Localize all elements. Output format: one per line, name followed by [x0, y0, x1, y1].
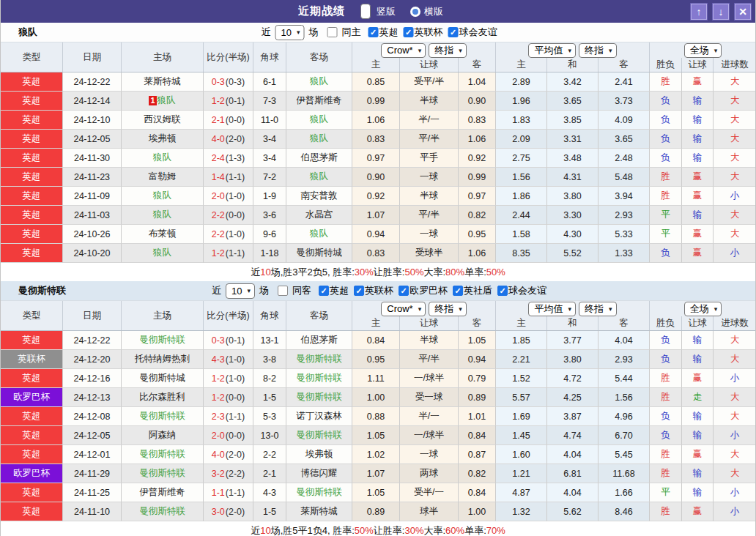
odds-stage-select[interactable]: 终指▾ [429, 43, 467, 58]
league-checkbox[interactable] [453, 286, 463, 296]
average-source-select[interactable]: 平均值▾ [528, 43, 576, 58]
horizontal-radio[interactable] [410, 7, 420, 17]
league-checkbox[interactable] [319, 286, 329, 296]
scope-select[interactable]: 全场▾ [684, 302, 722, 316]
summary-segment: 单率: [464, 266, 486, 279]
odds-stage-select[interactable]: 终指▾ [429, 302, 467, 316]
fulltime-score: 0-3 [212, 335, 225, 346]
col-header-away: 客场 [286, 301, 352, 330]
goals-result-cell: 大 [714, 331, 756, 350]
same-venue-checkbox[interactable] [327, 27, 338, 37]
average-source-select[interactable]: 平均值▾ [528, 302, 576, 316]
odds-source-select[interactable]: Crow*▾ [381, 302, 426, 316]
halftime-score: (0-0) [226, 115, 245, 125]
league-badge-cell: 英超 [1, 168, 63, 187]
titlebar: 近期战绩 竖版 横版 ↑ ↓ ✕ [1, 0, 755, 23]
recent-count-select[interactable]: 10▾ [226, 283, 255, 299]
subcol-result: 胜负 [650, 58, 682, 72]
league-badge-cell: 英超 [1, 92, 63, 111]
league-label: 球会友谊 [459, 26, 497, 39]
league-filters: 英超英联杯球会友谊 [363, 26, 497, 39]
subcol-avg-away: 客 [598, 58, 650, 72]
handicap-result-cell: 走 [682, 388, 714, 407]
avg-draw-cell: 4.31 [547, 168, 598, 187]
league-checkbox[interactable] [497, 286, 508, 296]
same-venue-checkbox[interactable] [278, 286, 288, 296]
vertical-radio[interactable] [360, 4, 371, 19]
handicap-result-cell: 输 [682, 206, 714, 225]
home-team-cell: 西汉姆联 [122, 111, 204, 130]
match-row: 英超 24-12-22 莱斯特城 0-3(0-3) 6-1 狼队 0.85 受平… [1, 72, 755, 92]
league-checkbox[interactable] [354, 286, 364, 296]
avg-home-cell: 1.83 [496, 111, 547, 130]
odds-home-cell: 0.90 [352, 168, 400, 187]
col-header-date: 日期 [63, 301, 122, 330]
date-cell: 24-12-22 [63, 331, 122, 350]
team-section: 曼彻斯特联 近 10▾ 场 同客 英超英联杯欧罗巴杯英社盾球会友谊 类型 日期 … [1, 281, 755, 536]
corner-cell: 13-1 [253, 331, 286, 350]
odds-source-select[interactable]: Crow*▾ [381, 43, 426, 58]
recent-count-select[interactable]: 10▾ [275, 25, 305, 40]
match-row: 英超 24-10-26 布莱顿 2-2(1-0) 9-6 狼队 0.94 一球 … [1, 225, 755, 244]
league-checkbox[interactable] [448, 27, 459, 37]
avg-away-cell: 5.44 [598, 369, 650, 388]
match-row: 英超 24-12-05 埃弗顿 4-0(2-0) 3-4 狼队 0.83 平/半… [1, 130, 755, 149]
handicap-result-cell: 赢 [682, 72, 714, 92]
odds-away-cell: 0.94 [459, 350, 496, 369]
odds-handicap-cell: 平/半 [400, 130, 459, 149]
table-body: 英超 24-12-22 莱斯特城 0-3(0-3) 6-1 狼队 0.85 受平… [1, 72, 755, 263]
dropdown-arrow-icon: ▾ [459, 305, 462, 313]
match-row: 英超 24-11-10 曼彻斯特联 3-0(2-0) 1-5 莱斯特城 0.89… [1, 502, 755, 521]
dropdown-arrow-icon: ▾ [568, 47, 571, 54]
avg-home-cell: 2.09 [496, 130, 547, 149]
subcol-odds-away: 客 [459, 58, 496, 72]
handicap-result-cell: 输 [682, 407, 714, 426]
fulltime-score: 1-4 [212, 172, 225, 182]
league-checkbox[interactable] [399, 286, 409, 296]
league-checkbox[interactable] [368, 27, 379, 37]
move-up-button[interactable]: ↑ [690, 3, 708, 21]
score-cell: 1-2(0-1) [204, 92, 253, 111]
league-badge: 英超 [1, 206, 62, 224]
close-button[interactable]: ✕ [734, 3, 752, 21]
home-team-cell: 埃弗顿 [122, 130, 204, 149]
summary-segment: 近 [251, 524, 260, 536]
date-cell: 24-12-22 [63, 72, 122, 92]
average-stage-select[interactable]: 终指▾ [579, 302, 617, 316]
odds-handicap-cell: 平/半 [400, 206, 459, 225]
scope-select[interactable]: 全场▾ [684, 43, 722, 58]
same-venue-label: 同主 [342, 26, 361, 39]
league-badge-cell: 英超 [1, 130, 63, 149]
dropdown-arrow-icon: ▾ [418, 47, 422, 54]
league-checkbox[interactable] [404, 27, 414, 37]
date-cell: 24-11-30 [63, 149, 122, 168]
date-cell: 24-10-26 [63, 225, 122, 244]
home-team-cell: 曼彻斯特联 [122, 407, 204, 426]
league-badge: 英超 [1, 331, 62, 349]
dropdown-arrow-icon: ▾ [418, 305, 422, 313]
subcol-odds-away: 客 [459, 316, 496, 330]
odds-handicap-cell: 球半 [400, 502, 459, 521]
away-team-cell: 伯恩茅斯 [286, 331, 352, 350]
summary-segment: 让胜率: [374, 524, 405, 536]
average-stage-select[interactable]: 终指▾ [579, 43, 617, 58]
layout-option-vertical: 竖版 [358, 4, 396, 19]
col-header-corner: 角球 [253, 42, 286, 72]
date-cell: 24-10-20 [63, 244, 122, 263]
league-label: 英联杯 [365, 284, 393, 297]
col-header-type: 类型 [1, 301, 63, 330]
summary-segment: 80% [445, 267, 464, 278]
league-badge-cell: 英超 [1, 407, 63, 426]
result-cell: 胜 [650, 72, 682, 92]
handicap-result-cell: 输 [682, 130, 714, 149]
home-team-cell: 狼队 [122, 244, 204, 263]
avg-away-cell: 6.70 [598, 426, 650, 445]
dropdown-arrow-icon: ▾ [714, 47, 718, 54]
avg-draw-cell: 3.77 [547, 331, 598, 350]
goals-result-cell: 小 [714, 426, 756, 445]
away-team-cell: 曼彻斯特联 [286, 483, 352, 502]
move-down-button[interactable]: ↓ [712, 3, 730, 21]
summary-segment: 大率: [423, 266, 445, 279]
goals-result-cell: 大 [714, 407, 756, 426]
goals-result-cell: 大 [714, 445, 756, 464]
